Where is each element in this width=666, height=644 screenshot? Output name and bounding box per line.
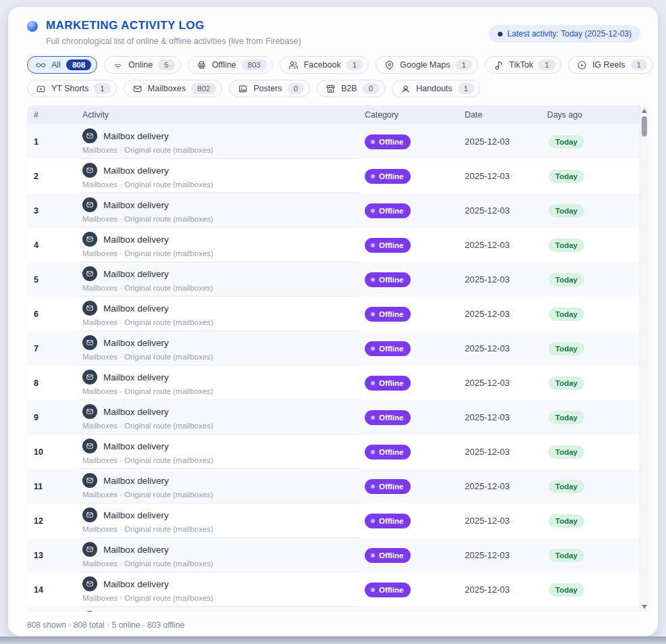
date-cell: 2025-12-03 — [459, 193, 542, 228]
envelope-icon — [82, 439, 97, 453]
table-row: 8 Mailbox delivery Mailboxes · Original … — [27, 366, 648, 400]
scroll-down-button[interactable] — [640, 602, 648, 611]
row-number: 3 — [27, 193, 79, 228]
category-badge: Offline — [365, 376, 411, 391]
envelope-icon — [82, 232, 97, 247]
activity-subtitle: Mailboxes · Original route (mailboxes) — [82, 284, 213, 292]
category-cell: Offline — [359, 366, 459, 400]
filter-chip-mailboxes[interactable]: Mailboxes 802 — [124, 80, 222, 97]
envelope-icon — [82, 542, 97, 557]
column-header-number: # — [27, 110, 79, 120]
category-cell: Offline — [359, 331, 459, 366]
badge-dot-icon — [371, 381, 375, 385]
filter-chip-all[interactable]: All 808 — [27, 56, 97, 74]
date-cell: 2025-12-03 — [459, 366, 542, 400]
filter-chip-online[interactable]: Online 5 — [104, 56, 181, 74]
filter-chip-facebook[interactable]: Facebook 1 — [280, 56, 369, 74]
table-row: 4 Mailbox delivery Mailboxes · Original … — [27, 228, 648, 262]
marketing-activity-log-panel: MARKETING ACTIVITY LOG Full chronologica… — [8, 7, 658, 636]
table-body: 1 Mailbox delivery Mailboxes · Original … — [27, 124, 648, 612]
filter-chip-google-maps[interactable]: Google Maps 1 — [376, 56, 478, 74]
badge-dot-icon — [371, 312, 375, 316]
category-badge: Offline — [365, 169, 411, 184]
days-ago-cell: Today — [542, 469, 640, 503]
category-cell: Offline — [359, 297, 459, 331]
days-ago-badge: Today — [548, 549, 584, 562]
badge-dot-icon — [371, 450, 375, 454]
filter-chip-posters[interactable]: Posters 0 — [229, 80, 310, 97]
row-number: 2 — [27, 159, 79, 193]
activity-cell: Mailbox delivery Mailboxes · Original ro… — [79, 297, 359, 331]
days-ago-cell: Today — [542, 297, 640, 331]
days-ago-badge: Today — [548, 135, 584, 149]
filter-chip-offline[interactable]: Offline 803 — [188, 56, 273, 74]
category-cell: Offline — [359, 435, 459, 469]
row-number: 14 — [27, 572, 79, 607]
envelope-icon — [82, 507, 97, 522]
activity-title: Mailbox delivery — [103, 441, 169, 451]
envelope-icon — [82, 404, 97, 419]
category-cell: Offline — [359, 572, 459, 607]
date-cell: 2025-12-03 — [459, 159, 542, 193]
days-ago-badge: Today — [548, 342, 584, 355]
table-row: 5 Mailbox delivery Mailboxes · Original … — [27, 262, 648, 297]
category-badge: Offline — [365, 341, 411, 356]
days-ago-badge: Today — [548, 514, 584, 528]
activity-cell: Mailbox delivery Mailboxes · Original ro… — [79, 435, 359, 469]
days-ago-badge: Today — [548, 376, 584, 390]
days-ago-badge: Today — [548, 204, 584, 218]
badge-dot-icon — [371, 553, 375, 558]
table-row: 14 Mailbox delivery Mailboxes · Original… — [27, 572, 648, 607]
filter-chip-handouts[interactable]: Handouts 1 — [392, 80, 480, 97]
blue-sphere-logo-icon — [27, 21, 38, 32]
activity-cell: Mailbox delivery Mailboxes · Original ro… — [79, 331, 359, 366]
table-scrollbar[interactable] — [640, 105, 648, 612]
date-cell: 2025-12-03 — [459, 228, 542, 262]
days-ago-badge: Today — [548, 239, 584, 252]
row-number: 12 — [27, 503, 79, 538]
activity-cell: Mailbox delivery Mailboxes · Original ro… — [79, 400, 359, 435]
badge-dot-icon — [371, 209, 375, 213]
activity-subtitle: Mailboxes · Original route (mailboxes) — [82, 146, 213, 154]
activity-cell: Mailbox delivery Mailboxes · Original ro… — [79, 228, 359, 262]
activity-cell: Mailbox delivery Mailboxes · Original ro… — [79, 607, 359, 612]
category-cell: Offline — [359, 193, 459, 228]
scrollbar-thumb[interactable] — [642, 116, 647, 137]
filter-chip-tiktok[interactable]: TikTok 1 — [485, 56, 561, 74]
date-cell: 2025-12-03 — [459, 297, 542, 331]
category-cell: Offline — [359, 228, 459, 262]
envelope-icon — [82, 301, 97, 316]
row-number: 5 — [27, 262, 79, 297]
handout-people-icon — [401, 84, 411, 94]
date-cell: 2025-12-03 — [459, 435, 542, 469]
table-row: 3 Mailbox delivery Mailboxes · Original … — [27, 193, 648, 228]
table-row: 1 Mailbox delivery Mailboxes · Original … — [27, 124, 648, 159]
category-cell: Offline — [359, 607, 459, 612]
date-cell: 2025-12-03 — [459, 503, 542, 538]
panel-header: MARKETING ACTIVITY LOG Full chronologica… — [19, 19, 648, 46]
filter-chip-yt-shorts[interactable]: YT Shorts 1 — [27, 80, 117, 97]
row-number: 1 — [27, 124, 79, 159]
badge-dot-icon — [371, 519, 375, 523]
activity-cell: Mailbox delivery Mailboxes · Original ro… — [79, 262, 359, 297]
days-ago-cell: Today — [542, 400, 640, 435]
filter-chip-ig-reels[interactable]: IG Reels 1 — [568, 56, 653, 74]
filter-chip-bar: All 808 Online 5 Offline 803 Facebook 1 … — [27, 56, 655, 97]
scroll-up-button[interactable] — [640, 106, 648, 115]
page-title: MARKETING ACTIVITY LOG — [46, 19, 301, 32]
page-subtitle: Full chronological list of online & offl… — [46, 36, 301, 46]
activity-title: Mailbox delivery — [103, 510, 169, 520]
category-badge: Offline — [365, 548, 411, 563]
date-cell: 2025-12-03 — [459, 538, 542, 572]
bottom-shadow-strip — [0, 637, 666, 644]
activity-subtitle: Mailboxes · Original route (mailboxes) — [82, 456, 213, 464]
activity-title: Mailbox delivery — [103, 269, 169, 279]
activity-subtitle: Mailboxes · Original route (mailboxes) — [82, 491, 213, 499]
activity-table: # Activity Category Date Days ago 1 Mail… — [27, 105, 648, 612]
table-row: 6 Mailbox delivery Mailboxes · Original … — [27, 297, 648, 331]
envelope-icon — [82, 163, 97, 178]
category-cell: Offline — [359, 538, 459, 572]
days-ago-cell: Today — [542, 159, 640, 193]
filter-chip-b2b[interactable]: B2B 0 — [317, 80, 385, 97]
category-badge: Offline — [365, 203, 411, 218]
